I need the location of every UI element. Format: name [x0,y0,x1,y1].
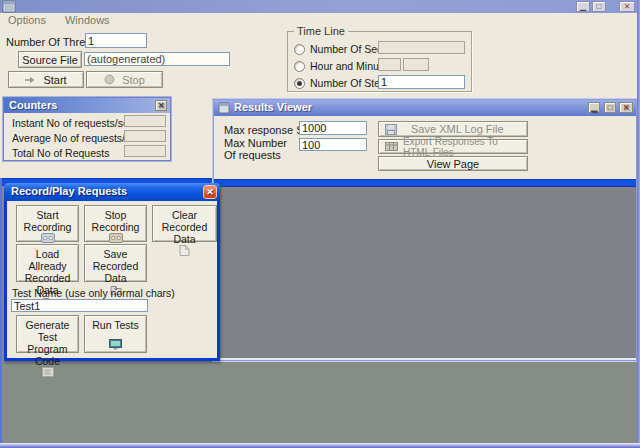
cassette-icon [41,233,55,243]
source-file-button[interactable]: Source File [18,51,82,68]
rv-minimize-button[interactable]: ▁ [588,102,600,113]
radio-hour-and-minutes[interactable] [294,61,305,72]
results-viewer-titlebar[interactable]: Results Viewer ▁ □ ✕ [214,100,636,116]
application-window: ▁ □ ✕ Options Windows Number Of Threads … [0,0,640,448]
counters-window: Counters ✕ Instant No of requests/second… [3,97,171,161]
radio-number-of-steps[interactable] [294,78,305,89]
maximize-icon: □ [608,103,613,112]
close-icon: ✕ [623,103,630,112]
record-play-title: Record/Play Requests [11,185,127,197]
export-html-button-label: Export Responses To HTML Files [403,136,527,158]
menu-windows[interactable]: Windows [57,13,118,26]
run-tests-button[interactable]: Run Tests [84,315,147,353]
start-recording-label: Start Recording [18,209,77,233]
counters-title: Counters [9,99,57,111]
stop-recording-button[interactable]: Stop Recording [84,205,147,242]
maximize-icon: □ [597,2,602,11]
app-icon [2,0,17,13]
counters-titlebar[interactable]: Counters ✕ [4,98,170,113]
save-recorded-data-button[interactable]: Save Recorded Data [84,244,147,282]
record-play-window: Record/Play Requests ✕ Start Recording S… [4,183,220,361]
test-name-input[interactable] [11,299,148,312]
radio-number-of-seconds[interactable] [294,44,305,55]
view-page-button[interactable]: View Page [378,156,528,171]
clear-recorded-data-label: Clear Recorded Data [154,209,215,245]
view-page-button-label: View Page [427,158,479,170]
max-requests-input[interactable] [299,138,367,151]
max-requests-label: Max Number Of requests [224,138,296,161]
floppy-icon [385,124,397,135]
results-viewer-title: Results Viewer [234,101,312,113]
start-arrow-icon [25,76,37,84]
main-maximize-button[interactable]: □ [592,1,606,12]
main-titlebar[interactable]: ▁ □ ✕ [0,0,640,13]
total-requests-field[interactable] [124,145,166,157]
minutes-input[interactable] [403,58,429,71]
source-file-button-label: Source File [22,54,78,66]
average-requests-field[interactable] [124,130,166,142]
minimize-icon: ▁ [580,2,586,11]
results-viewer-window: Results Viewer ▁ □ ✕ Max response Size M… [213,99,637,361]
results-viewer-icon [218,102,230,114]
rv-page-panel [214,187,636,360]
code-page-icon [42,367,54,377]
stop-recording-label: Stop Recording [86,209,145,233]
steps-input[interactable] [378,75,465,89]
run-tests-label: Run Tests [92,319,139,331]
minimize-icon: ▁ [591,103,597,112]
export-html-button[interactable]: Export Responses To HTML Files [378,139,528,154]
record-play-titlebar[interactable]: Record/Play Requests ✕ [4,183,220,201]
save-xml-button-label: Save XML Log File [411,123,504,135]
start-recording-button[interactable]: Start Recording [16,205,79,242]
stop-circle-icon [104,74,115,85]
clear-recorded-data-button[interactable]: Clear Recorded Data [152,205,217,242]
window-frame-left [0,178,2,444]
rv-panel-divider [214,179,636,187]
close-icon: ✕ [206,187,214,197]
generate-test-code-label: Generate Test Program Code [18,319,77,367]
html-table-icon [385,142,398,151]
rv-close-button[interactable]: ✕ [619,102,633,113]
max-response-input[interactable] [299,121,367,135]
total-requests-label: Total No of Requests [12,147,109,159]
rv-maximize-button[interactable]: □ [604,102,616,113]
instant-requests-field[interactable] [124,115,166,127]
start-button-label: Start [43,74,66,86]
stop-button-label: Stop [122,74,145,86]
generate-test-code-button[interactable]: Generate Test Program Code [16,315,79,353]
main-close-button[interactable]: ✕ [619,1,635,12]
start-button[interactable]: Start [8,71,84,88]
record-play-close-button[interactable]: ✕ [203,185,217,199]
save-recorded-data-label: Save Recorded Data [86,248,145,284]
hours-input[interactable] [378,58,401,71]
stop-button[interactable]: Stop [86,71,163,88]
close-icon: ✕ [624,2,631,11]
threads-input[interactable] [85,33,147,48]
document-icon [179,245,190,256]
menu-options[interactable]: Options [0,13,54,26]
counters-close-button[interactable]: ✕ [155,100,167,111]
source-file-input[interactable] [84,52,230,66]
main-minimize-button[interactable]: ▁ [576,1,590,12]
timeline-group-title: Time Line [294,25,348,37]
test-name-label: Test Name (use only normal chars) [12,287,175,299]
cassette-icon [109,233,123,243]
load-recorded-data-button[interactable]: Load Allready Recorded Data [16,244,79,282]
monitor-icon [109,339,122,350]
seconds-input[interactable] [378,41,465,54]
window-frame-bottom [0,443,640,448]
close-icon: ✕ [158,101,165,110]
